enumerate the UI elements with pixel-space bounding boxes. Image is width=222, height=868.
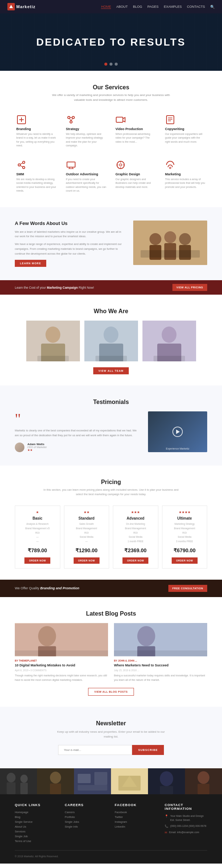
blog-post-title-2[interactable]: Where Marketers Need to Succeed: [114, 663, 207, 668]
svg-rect-6: [166, 116, 174, 124]
footer-link-single-service[interactable]: Single Service: [15, 820, 57, 824]
social-title: Facebook: [115, 803, 157, 807]
svg-rect-61: [198, 784, 209, 794]
carousel-dot-3[interactable]: [115, 63, 118, 66]
svg-rect-58: [160, 786, 173, 794]
logo[interactable]: Marketiz: [7, 3, 36, 10]
footer-linkedin[interactable]: LinkedIn: [115, 825, 157, 828]
footer-link-privacy[interactable]: Single Job: [15, 835, 57, 838]
footer-careers-4[interactable]: Single Info: [65, 825, 107, 828]
service-desc: Our experienced copywriters will guide y…: [165, 132, 206, 144]
promo-banner: Learn the Cost of your Marketing Campaig…: [0, 280, 222, 295]
footer-bottom: © 2019 Marketiz. All Rights Reserved.: [15, 855, 207, 858]
order-advanced-button[interactable]: ORDER NOW: [122, 557, 148, 564]
play-button[interactable]: [172, 427, 183, 437]
learn-more-button[interactable]: LEARN MORE: [15, 260, 46, 267]
svg-point-43: [7, 773, 16, 782]
blog-post-title-1[interactable]: 10 Digital Marketing Mistakes to Avoid: [15, 663, 108, 668]
pricing-ultimate: ★★★★ Ultimate Marketing StrategyBrand Ma…: [162, 506, 208, 568]
view-all-blog-button[interactable]: VIEW ALL BLOG POSTS: [88, 688, 134, 696]
nav-about[interactable]: ABOUT: [116, 5, 128, 9]
footer-careers-2[interactable]: Portfolio: [65, 815, 107, 819]
nav-pages[interactable]: PAGES: [147, 5, 158, 9]
carousel-dot-2[interactable]: [110, 63, 112, 66]
order-standard-button[interactable]: ORDER NOW: [74, 557, 100, 564]
testimonial-text: " Marketiz is clearly one of the best co…: [15, 411, 141, 452]
about-image-inner: [133, 221, 207, 265]
svg-rect-33: [154, 356, 185, 361]
footer-link-about[interactable]: About Us: [15, 825, 57, 828]
footer-link-blog[interactable]: Blog: [15, 815, 57, 819]
copywriting-icon: [165, 115, 175, 125]
newsletter-section: Newsletter Keep up with all industry new…: [0, 707, 222, 769]
svg-point-27: [104, 327, 118, 343]
svg-point-39: [137, 626, 155, 646]
team-photo-3: [142, 321, 196, 361]
ultimate-stars: ★★★★: [165, 510, 204, 514]
order-basic-button[interactable]: ORDER NOW: [24, 557, 50, 564]
who-section: Who We Are: [0, 295, 222, 385]
svg-rect-29: [95, 356, 127, 361]
photo-strip-4: [111, 768, 148, 794]
newsletter-email-input[interactable]: [58, 745, 132, 755]
footer-twitter[interactable]: Twitter: [115, 815, 157, 819]
nav-examples[interactable]: EXAMPLES: [164, 5, 182, 9]
quick-links-title: Quick Links: [15, 803, 57, 807]
careers-title: Careers: [65, 803, 107, 807]
standard-features: Sales GrowthBrand ManagementROISocial Me…: [67, 522, 106, 543]
basic-plan: Basic: [18, 516, 57, 520]
footer-careers: Careers Careers Portfolio Single Jobs Si…: [65, 803, 107, 844]
subscribe-button[interactable]: SUBSCRIBE: [132, 745, 164, 755]
blog-excerpt-1: Though making the right marketing decisi…: [15, 673, 108, 682]
service-name: Branding: [16, 127, 57, 131]
team-photo-2: [84, 321, 138, 361]
about-desc-1: We are a team of talented marketers who …: [15, 230, 122, 239]
contact-title: Contact Information: [165, 803, 207, 811]
blog-post-1: By ThemePlanet 10 Digital Marketing Mist…: [15, 623, 108, 682]
promo-text: Learn the Cost of your Marketing Campaig…: [15, 286, 94, 289]
team-card-2: [84, 321, 138, 361]
footer-quick-links: Quick Links Homepage Blog Single Service…: [15, 803, 57, 844]
play-triangle-icon: [176, 430, 180, 434]
blog-title: Latest Blog Posts: [15, 610, 207, 617]
svg-point-13: [169, 167, 171, 169]
view-all-team-wrapper: VIEW ALL TEAM: [15, 367, 207, 374]
blog-post-2: By John & John ... Where Marketers Need …: [114, 623, 207, 682]
footer-link-services[interactable]: Services: [15, 830, 57, 833]
view-all-team-button[interactable]: VIEW ALL TEAM: [93, 367, 129, 374]
carousel-dot-1[interactable]: [104, 63, 107, 66]
author-role: CEO of Marketer: [27, 446, 47, 448]
footer-careers-3[interactable]: Single Jobs: [65, 820, 107, 824]
footer-careers-1[interactable]: Careers: [65, 811, 107, 814]
search-icon[interactable]: 🔍: [210, 5, 215, 9]
navigation: Marketiz HOME ABOUT BLOG PAGES EXAMPLES …: [0, 0, 222, 13]
blog-tag-1: By ThemePlanet: [15, 659, 108, 662]
footer-facebook[interactable]: Facebook: [115, 811, 157, 814]
view-pricing-button[interactable]: VIEW ALL PRICING: [172, 284, 207, 291]
svg-rect-37: [15, 650, 108, 656]
nav-contacts[interactable]: CONTACTS: [187, 5, 205, 9]
nav-home[interactable]: HOME: [101, 5, 111, 9]
footer-divider: [15, 850, 207, 851]
smm-icon: [16, 160, 27, 170]
footer-instagram[interactable]: Instagram: [115, 820, 157, 824]
standard-price: ₹1290.00: [67, 547, 106, 553]
svg-rect-51: [78, 774, 91, 783]
ultimate-price: ₹6790.00: [165, 547, 204, 553]
svg-rect-53: [78, 785, 107, 791]
blog-meta-2: July 15, 2019 & 2018 ...: [114, 669, 207, 672]
order-ultimate-button[interactable]: ORDER NOW: [172, 557, 198, 564]
team-grid: [15, 321, 207, 361]
free-consultation-button[interactable]: FREE CONSULTATION: [168, 585, 207, 592]
ultimate-features: Marketing StrategyBrand ManagementROISoc…: [165, 522, 204, 543]
svg-point-45: [20, 775, 28, 783]
phone-icon: 📞: [165, 825, 168, 828]
pricing-title: Pricing: [15, 479, 207, 486]
footer-link-homepage[interactable]: Homepage: [15, 811, 57, 814]
svg-point-17: [164, 231, 176, 243]
email-icon: ✉: [165, 831, 167, 834]
nav-blog[interactable]: BLOG: [133, 5, 142, 9]
blog-grid: By ThemePlanet 10 Digital Marketing Mist…: [15, 623, 207, 682]
footer-link-terms[interactable]: Terms of Use: [15, 839, 57, 843]
pricing-basic: ★ Basic Analysis & ResearchBrand Managem…: [15, 506, 60, 568]
